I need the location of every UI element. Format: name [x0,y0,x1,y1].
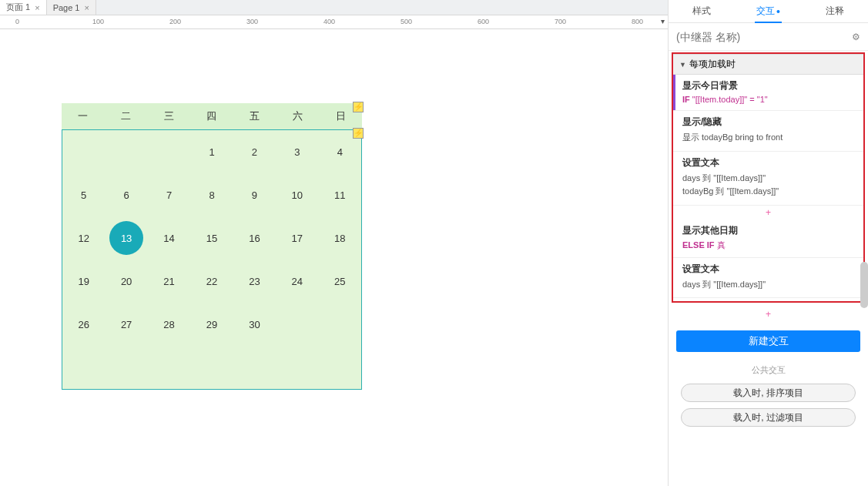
calendar-cell[interactable] [148,130,190,173]
calendar-cell[interactable]: 22 [190,260,233,303]
calendar-cell[interactable]: 26 [62,303,105,346]
event-name: 每项加载时 [689,58,736,71]
action-block[interactable]: 显示/隐藏 显示 todayBg bring to front [673,111,863,152]
calendar-cell[interactable]: 20 [105,260,147,303]
case-condition: IF "[[Item.today]]" = "1" [682,95,857,104]
ruler-tick: 200 [169,18,181,25]
calendar-cell[interactable] [62,346,105,389]
calendar-cell[interactable]: 30 [233,303,276,346]
doc-tab-1[interactable]: Page 1 × [47,0,96,15]
calendar-cell[interactable]: 27 [105,303,147,346]
adjust-icon[interactable]: ⚙ [852,32,860,42]
weekday-label: 六 [276,103,320,129]
calendar-body: 1234567891011121314151617181920212223242… [62,129,362,390]
calendar-cell[interactable] [190,346,233,389]
calendar-cell[interactable]: 5 [62,173,105,216]
doc-tab-label: 页面 1 [6,2,30,13]
add-action-icon[interactable]: + [673,206,863,220]
calendar-cell[interactable]: 1 [190,130,233,173]
weekday-label: 四 [190,103,233,129]
calendar-cell[interactable]: 29 [190,303,233,346]
indicator-dot-icon: • [776,5,780,18]
action-block[interactable]: 设置文本 days 到 "[[Item.days]]" [673,258,863,299]
widget-name-row: ⚙ [669,23,868,51]
calendar-cell[interactable]: 28 [148,303,190,346]
calendar-cell[interactable] [62,130,105,173]
calendar-cell[interactable] [148,346,190,389]
calendar-cell[interactable]: 11 [319,173,361,216]
action-block[interactable]: 设置文本 days 到 "[[Item.days]]" todayBg 到 "[… [673,152,863,206]
calendar-cell[interactable]: 14 [148,216,190,260]
shared-ix-sort-button[interactable]: 载入时, 排序项目 [681,384,856,402]
doc-tab-0[interactable]: 页面 1 × [0,0,47,15]
shared-interactions-label: 公共交互 [669,364,868,376]
calendar-cell[interactable]: 6 [105,173,147,216]
calendar-cell[interactable] [105,346,147,389]
interactions-list: ▼ 每项加载时 显示今日背景 IF "[[Item.today]]" = "1"… [672,52,865,303]
calendar-cell[interactable]: 16 [233,216,276,260]
calendar-cell[interactable] [319,303,361,346]
ruler-tick: 600 [478,18,489,25]
calendar-cell[interactable] [105,130,147,173]
calendar-cell[interactable]: 9 [233,173,276,216]
canvas-area[interactable]: ⚡ ⚡ 一二三四五六日 1234567891011121314151617181… [0,29,668,486]
lightning-icon[interactable]: ⚡ [353,102,364,112]
calendar-cell[interactable]: 19 [62,260,105,303]
ruler-tick: 300 [246,18,258,25]
calendar-widget[interactable]: ⚡ ⚡ 一二三四五六日 1234567891011121314151617181… [62,103,362,390]
action-line: 显示 todayBg bring to front [682,131,857,145]
action-line: days 到 "[[Item.days]]" [682,278,857,292]
calendar-cell[interactable]: 25 [319,260,361,303]
case-title: 显示其他日期 [682,224,857,237]
widget-name-input[interactable] [676,31,852,43]
calendar-cell[interactable]: 7 [148,173,190,216]
today-highlight: 13 [109,221,143,255]
weekday-label: 五 [233,103,276,129]
tab-interactions[interactable]: 交互• [735,0,801,22]
ruler-tick: 0 [15,18,19,25]
case-title: 显示今日背景 [682,79,857,92]
weekday-label: 三 [147,103,190,129]
calendar-cell[interactable]: 15 [190,216,233,260]
scrollbar-thumb[interactable] [860,262,868,308]
action-title: 设置文本 [682,156,857,169]
inspector-panel: 样式 交互• 注释 ⚙ ▼ 每项加载时 显示今日背景 IF "[[Item.to… [668,0,868,486]
calendar-cell[interactable]: 3 [276,130,318,173]
calendar-cell[interactable]: 2 [233,130,276,173]
close-icon[interactable]: × [85,3,89,12]
doc-tab-label: Page 1 [53,3,80,12]
weekday-label: 一 [62,103,105,129]
action-title: 显示/隐藏 [682,116,857,129]
ruler-tick: 800 [632,18,643,25]
case-block[interactable]: 显示其他日期 ELSE IF 真 [673,220,863,258]
calendar-cell[interactable]: 17 [276,216,318,260]
event-header[interactable]: ▼ 每项加载时 [673,54,863,75]
tab-style[interactable]: 样式 [669,0,735,22]
tab-notes[interactable]: 注释 [802,0,868,22]
add-case-icon[interactable]: + [669,307,868,321]
shared-ix-filter-button[interactable]: 载入时, 过滤项目 [681,408,856,427]
calendar-cell[interactable]: 12 [62,216,105,260]
calendar-header: 一二三四五六日 [62,103,362,129]
action-title: 设置文本 [682,263,857,276]
panel-tab-strip: 样式 交互• 注释 [669,0,868,23]
case-block[interactable]: 显示今日背景 IF "[[Item.today]]" = "1" [673,75,863,111]
calendar-cell[interactable]: 8 [190,173,233,216]
lightning-icon[interactable]: ⚡ [353,128,364,139]
close-icon[interactable]: × [35,3,39,12]
ruler-tick: 700 [555,18,566,25]
calendar-cell[interactable]: 23 [233,260,276,303]
calendar-cell[interactable]: 10 [276,173,318,216]
action-line: todayBg 到 "[[Item.days]]" [682,185,857,199]
calendar-cell[interactable] [276,303,318,346]
ruler-tick: 400 [323,18,335,25]
ruler-tick: 100 [92,18,104,25]
calendar-cell[interactable]: 18 [319,216,361,260]
calendar-cell[interactable]: 21 [148,260,190,303]
collapse-icon[interactable]: ▼ [679,61,686,69]
ruler-menu-icon[interactable]: ▾ [657,17,668,28]
calendar-cell[interactable]: 24 [276,260,318,303]
horizontal-ruler: 0100200300400500600700800 [0,15,668,29]
new-interaction-button[interactable]: 新建交互 [676,330,860,352]
calendar-cell[interactable]: 13 [105,216,147,260]
